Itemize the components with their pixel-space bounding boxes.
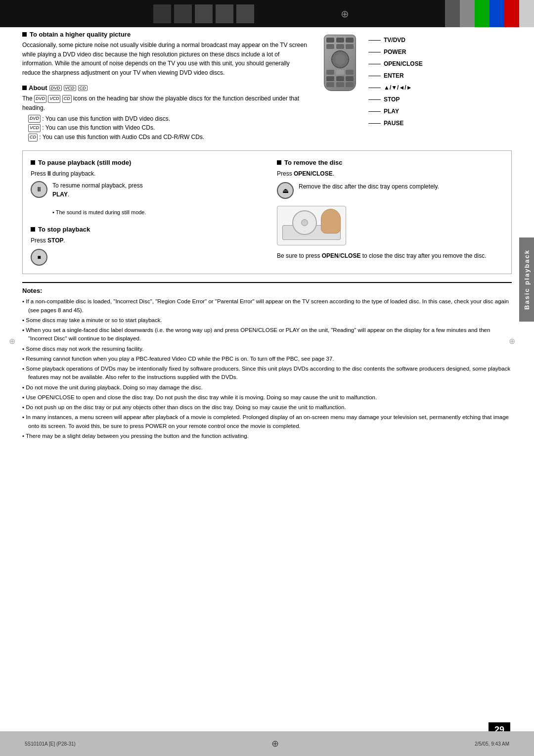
remove-step2: Remove the disc after the disc tray open… (299, 182, 439, 191)
pause-resume-text: To resume normal playback, press PLAY. •… (52, 181, 146, 217)
remote-label-tvdvd: TV/DVD (368, 37, 512, 44)
footer-center-crosshair: ⊕ (271, 738, 279, 749)
pause-title: To pause playback (still mode) (38, 159, 131, 166)
playback-box-inner: To pause playback (still mode) Press II … (31, 159, 503, 266)
header-black-left (0, 0, 148, 27)
about-body: The DVD VCD CD icons on the heading bar … (22, 94, 309, 112)
remote-diagram (324, 35, 358, 91)
color-swatches (430, 0, 534, 27)
remote-label-pause: PAUSE (368, 120, 512, 127)
pause-icon-btn: II (31, 181, 47, 198)
pause-icon-symbol: II (38, 186, 41, 193)
header-crosshair: ⊕ (259, 0, 430, 27)
openclose-icon-btn: ⏏ (277, 182, 294, 199)
dvd-badge: DVD (49, 85, 62, 91)
vcd-badge: VCD (64, 85, 76, 91)
footer-right: 2/5/05, 9:43 AM (475, 741, 509, 747)
side-tab-text: Basic playback (523, 249, 531, 310)
note-7: • Use OPEN/CLOSE to open and close the d… (22, 393, 512, 402)
right-crosshair: ⊕ (509, 336, 515, 346)
remove-note: Be sure to press OPEN/CLOSE to close the… (277, 251, 503, 260)
cd-text: CD : You can use this function with Audi… (28, 133, 309, 142)
left-crosshair: ⊕ (9, 336, 15, 346)
stop-step1: Press STOP. (31, 236, 257, 245)
remove-icon-row: ⏏ Remove the disc after the disc tray op… (277, 182, 503, 199)
playback-box: To pause playback (still mode) Press II … (22, 150, 512, 274)
remove-disc-title: To remove the disc (284, 159, 343, 166)
stop-icon-btn: ■ (31, 249, 47, 266)
bullet-square-stop (31, 227, 35, 232)
note-6: • Do not move the unit during playback. … (22, 383, 512, 392)
top-section: To obtain a higher quality picture Occas… (22, 31, 512, 145)
pause-heading: To pause playback (still mode) (31, 159, 257, 166)
notes-list: • If a non-compatible disc is loaded, "I… (22, 297, 512, 440)
bullet-square-hq (22, 32, 27, 37)
pause-icon-row: II To resume normal playback, press PLAY… (31, 181, 257, 217)
remove-disc-heading: To remove the disc (277, 159, 503, 166)
notes-section: Notes: • If a non-compatible disc is loa… (22, 282, 512, 440)
note-4: • Resuming cannot function when you play… (22, 355, 512, 363)
right-top-col: TV/DVD POWER OPEN/CLOSE ENTER (324, 31, 512, 145)
note-8: • Do not push up on the disc tray or put… (22, 403, 512, 412)
stop-icon-symbol: ■ (37, 254, 41, 261)
stop-section: To stop playback Press STOP. ■ (31, 226, 257, 266)
page-content: To obtain a higher quality picture Occas… (22, 31, 512, 729)
header-strips (148, 0, 259, 27)
dvd-text: DVD : You can use this function with DVD… (28, 114, 309, 124)
bullet-square-pause (31, 160, 35, 165)
higher-quality-section: To obtain a higher quality picture Occas… (22, 31, 309, 77)
note-2: • When you set a single-faced disc label… (22, 326, 512, 343)
stop-heading: To stop playback (31, 226, 257, 233)
about-section: About DVD VCD CD The DVD VCD CD icons on… (22, 84, 309, 142)
about-heading: About DVD VCD CD (22, 84, 309, 92)
note-5: • Some playback operations of DVDs may b… (22, 365, 512, 382)
note-10: • There may be a slight delay between yo… (22, 432, 512, 440)
remove-step1: Press OPEN/CLOSE. (277, 169, 503, 178)
note-3: • Some discs may not work the resuming f… (22, 345, 512, 353)
remote-label-power: POWER (368, 48, 512, 55)
remote-label-openclose: OPEN/CLOSE (368, 60, 512, 67)
higher-quality-heading: To obtain a higher quality picture (22, 31, 309, 38)
remote-labels-list: TV/DVD POWER OPEN/CLOSE ENTER (324, 35, 512, 127)
higher-quality-title: To obtain a higher quality picture (30, 31, 131, 38)
cd-badge: CD (78, 85, 88, 91)
note-9: • In many instances, a menu screen will … (22, 413, 512, 430)
footer-left: 5S10101A [E] (P28-31) (25, 741, 76, 747)
note-1: • Some discs may take a minute or so to … (22, 316, 512, 325)
remote-label-entries: TV/DVD POWER OPEN/CLOSE ENTER (368, 35, 512, 127)
note-0: • If a non-compatible disc is loaded, "I… (22, 297, 512, 315)
bullet-square-about (22, 86, 27, 90)
remote-label-stop: STOP (368, 96, 512, 103)
vcd-text: VCD : You can use this function with Vid… (28, 123, 309, 133)
header-bar: ⊕ (0, 0, 534, 27)
pause-section: To pause playback (still mode) Press II … (31, 159, 257, 217)
notes-title: Notes: (22, 287, 512, 294)
side-tab: Basic playback (519, 237, 534, 322)
about-title: About (29, 84, 47, 92)
bullet-square-remove (277, 160, 281, 165)
pause-step1: Press II during playback. (31, 169, 257, 178)
bottom-bar: 5S10101A [E] (P28-31) ⊕ 2/5/05, 9:43 AM (0, 731, 534, 756)
pause-stop-col: To pause playback (still mode) Press II … (31, 159, 257, 266)
remove-disc-col: To remove the disc Press OPEN/CLOSE. ⏏ R… (277, 159, 503, 266)
remote-label-arrows: ▲/▼/◄/► (368, 84, 512, 91)
disc-tray-illustration (277, 206, 346, 245)
higher-quality-body: Occasionally, some picture noise not usu… (22, 41, 309, 77)
openclose-icon-symbol: ⏏ (282, 187, 289, 194)
remote-label-play: PLAY (368, 108, 512, 115)
left-top-col: To obtain a higher quality picture Occas… (22, 31, 309, 145)
remote-label-enter: ENTER (368, 72, 512, 79)
stop-title: To stop playback (38, 226, 90, 233)
